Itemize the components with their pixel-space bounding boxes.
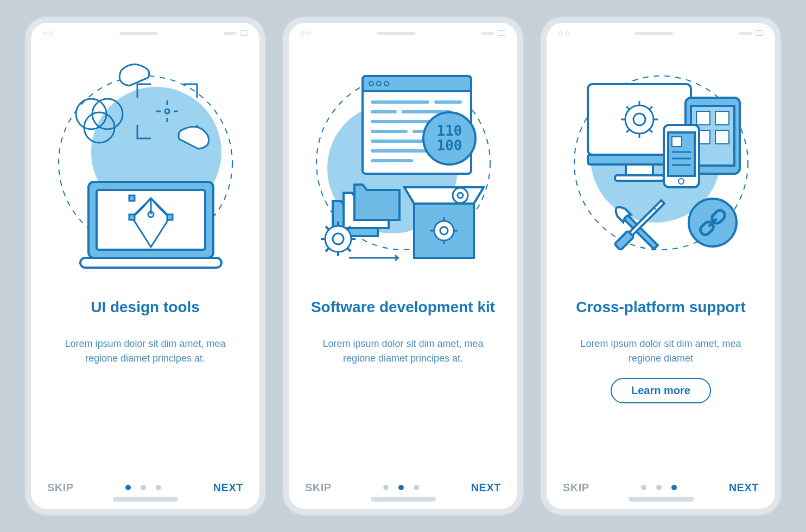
svg-rect-12 bbox=[80, 258, 221, 268]
dot-1[interactable] bbox=[641, 485, 646, 490]
page-title: Software development kit bbox=[311, 288, 495, 326]
dot-3[interactable] bbox=[414, 485, 419, 490]
dot-2[interactable] bbox=[656, 485, 662, 490]
phone-screen-3: Cross-platform support Lorem ipsum dolor… bbox=[547, 23, 775, 509]
illustration-sdk: 110 100 bbox=[289, 38, 517, 288]
dot-1[interactable] bbox=[383, 485, 389, 490]
dot-1[interactable] bbox=[125, 485, 131, 490]
status-bar bbox=[31, 23, 259, 38]
phone-screen-2: 110 100 bbox=[289, 23, 517, 509]
dot-2[interactable] bbox=[141, 485, 146, 490]
page-indicator bbox=[383, 485, 419, 490]
page-indicator bbox=[641, 485, 677, 490]
dot-3[interactable] bbox=[156, 485, 161, 490]
svg-rect-21 bbox=[363, 76, 471, 91]
page-title: Cross-platform support bbox=[576, 288, 746, 326]
phone-frame-1: UI design tools Lorem ipsum dolor sit di… bbox=[24, 16, 266, 516]
svg-rect-62 bbox=[626, 164, 653, 175]
skip-button[interactable]: SKIP bbox=[47, 482, 74, 494]
page-indicator bbox=[125, 485, 161, 490]
phone-frame-3: Cross-platform support Lorem ipsum dolor… bbox=[540, 16, 782, 516]
svg-text:100: 100 bbox=[436, 137, 462, 154]
next-button[interactable]: NEXT bbox=[213, 482, 243, 494]
svg-rect-79 bbox=[715, 130, 729, 144]
learn-more-button[interactable]: Learn more bbox=[611, 378, 711, 403]
page-title: UI design tools bbox=[91, 288, 200, 326]
status-bar bbox=[289, 23, 517, 38]
svg-line-47 bbox=[326, 248, 329, 251]
svg-point-50 bbox=[434, 221, 454, 240]
svg-rect-76 bbox=[696, 111, 710, 125]
dot-3[interactable] bbox=[671, 485, 677, 490]
svg-line-45 bbox=[326, 226, 329, 230]
svg-rect-63 bbox=[615, 175, 664, 181]
page-description: Lorem ipsum dolor sit dim amet, mea regi… bbox=[53, 337, 238, 366]
svg-rect-15 bbox=[129, 195, 135, 201]
svg-text:110: 110 bbox=[436, 123, 462, 139]
svg-line-46 bbox=[347, 248, 351, 251]
skip-button[interactable]: SKIP bbox=[305, 482, 332, 494]
svg-rect-17 bbox=[129, 214, 135, 220]
next-button[interactable]: NEXT bbox=[471, 482, 501, 494]
page-description: Lorem ipsum dolor sit dim amet, mea regi… bbox=[310, 337, 496, 366]
dot-2[interactable] bbox=[398, 485, 404, 490]
illustration-ui-design bbox=[31, 38, 259, 288]
skip-button[interactable]: SKIP bbox=[563, 482, 589, 494]
home-indicator bbox=[113, 497, 178, 502]
phone-screen-1: UI design tools Lorem ipsum dolor sit di… bbox=[31, 23, 259, 509]
svg-point-39 bbox=[325, 226, 351, 252]
svg-rect-83 bbox=[672, 137, 682, 147]
home-indicator bbox=[371, 497, 436, 502]
svg-rect-77 bbox=[715, 111, 729, 125]
illustration-cross-platform bbox=[547, 38, 775, 288]
page-description: Lorem ipsum dolor sit dim amet, mea regi… bbox=[568, 337, 753, 366]
next-button[interactable]: NEXT bbox=[729, 482, 759, 494]
svg-point-56 bbox=[453, 188, 468, 203]
svg-rect-89 bbox=[614, 231, 633, 250]
phone-frame-2: 110 100 bbox=[282, 16, 524, 516]
status-bar bbox=[547, 23, 775, 38]
home-indicator bbox=[629, 497, 694, 502]
svg-rect-16 bbox=[167, 214, 173, 220]
